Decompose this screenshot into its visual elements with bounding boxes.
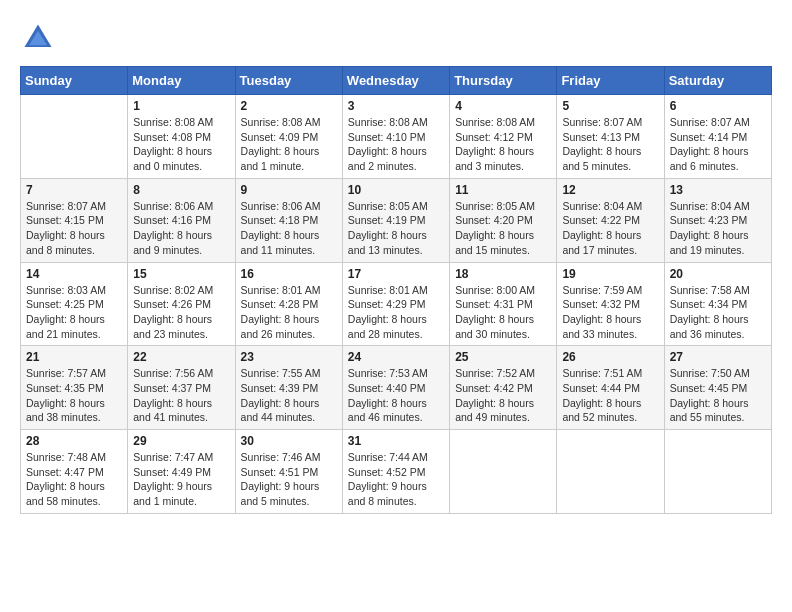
day-number: 8 (133, 183, 229, 197)
calendar-cell: 3Sunrise: 8:08 AM Sunset: 4:10 PM Daylig… (342, 95, 449, 179)
calendar-cell: 11Sunrise: 8:05 AM Sunset: 4:20 PM Dayli… (450, 178, 557, 262)
calendar-week-row: 1Sunrise: 8:08 AM Sunset: 4:08 PM Daylig… (21, 95, 772, 179)
day-number: 30 (241, 434, 337, 448)
calendar-cell: 28Sunrise: 7:48 AM Sunset: 4:47 PM Dayli… (21, 430, 128, 514)
day-number: 14 (26, 267, 122, 281)
calendar-body: 1Sunrise: 8:08 AM Sunset: 4:08 PM Daylig… (21, 95, 772, 514)
calendar-cell: 17Sunrise: 8:01 AM Sunset: 4:29 PM Dayli… (342, 262, 449, 346)
day-info: Sunrise: 8:01 AM Sunset: 4:28 PM Dayligh… (241, 283, 337, 342)
weekday-header: Saturday (664, 67, 771, 95)
day-info: Sunrise: 7:50 AM Sunset: 4:45 PM Dayligh… (670, 366, 766, 425)
calendar-cell: 27Sunrise: 7:50 AM Sunset: 4:45 PM Dayli… (664, 346, 771, 430)
day-number: 7 (26, 183, 122, 197)
day-number: 27 (670, 350, 766, 364)
day-info: Sunrise: 7:47 AM Sunset: 4:49 PM Dayligh… (133, 450, 229, 509)
calendar-cell: 14Sunrise: 8:03 AM Sunset: 4:25 PM Dayli… (21, 262, 128, 346)
logo (20, 20, 62, 56)
calendar-cell: 29Sunrise: 7:47 AM Sunset: 4:49 PM Dayli… (128, 430, 235, 514)
calendar-cell: 13Sunrise: 8:04 AM Sunset: 4:23 PM Dayli… (664, 178, 771, 262)
day-info: Sunrise: 7:52 AM Sunset: 4:42 PM Dayligh… (455, 366, 551, 425)
calendar-cell: 24Sunrise: 7:53 AM Sunset: 4:40 PM Dayli… (342, 346, 449, 430)
calendar-cell: 6Sunrise: 8:07 AM Sunset: 4:14 PM Daylig… (664, 95, 771, 179)
day-number: 19 (562, 267, 658, 281)
day-number: 1 (133, 99, 229, 113)
day-info: Sunrise: 8:04 AM Sunset: 4:23 PM Dayligh… (670, 199, 766, 258)
weekday-header: Thursday (450, 67, 557, 95)
day-info: Sunrise: 7:51 AM Sunset: 4:44 PM Dayligh… (562, 366, 658, 425)
day-info: Sunrise: 7:53 AM Sunset: 4:40 PM Dayligh… (348, 366, 444, 425)
day-number: 9 (241, 183, 337, 197)
calendar-cell: 16Sunrise: 8:01 AM Sunset: 4:28 PM Dayli… (235, 262, 342, 346)
page-header (20, 20, 772, 56)
day-number: 13 (670, 183, 766, 197)
day-info: Sunrise: 8:04 AM Sunset: 4:22 PM Dayligh… (562, 199, 658, 258)
weekday-header: Wednesday (342, 67, 449, 95)
day-number: 10 (348, 183, 444, 197)
day-number: 20 (670, 267, 766, 281)
day-number: 25 (455, 350, 551, 364)
calendar-cell: 31Sunrise: 7:44 AM Sunset: 4:52 PM Dayli… (342, 430, 449, 514)
calendar-cell: 18Sunrise: 8:00 AM Sunset: 4:31 PM Dayli… (450, 262, 557, 346)
day-info: Sunrise: 8:08 AM Sunset: 4:09 PM Dayligh… (241, 115, 337, 174)
day-number: 12 (562, 183, 658, 197)
day-number: 18 (455, 267, 551, 281)
day-number: 3 (348, 99, 444, 113)
day-info: Sunrise: 8:03 AM Sunset: 4:25 PM Dayligh… (26, 283, 122, 342)
day-number: 28 (26, 434, 122, 448)
calendar-cell: 5Sunrise: 8:07 AM Sunset: 4:13 PM Daylig… (557, 95, 664, 179)
day-info: Sunrise: 7:58 AM Sunset: 4:34 PM Dayligh… (670, 283, 766, 342)
day-info: Sunrise: 8:07 AM Sunset: 4:14 PM Dayligh… (670, 115, 766, 174)
day-number: 29 (133, 434, 229, 448)
day-number: 23 (241, 350, 337, 364)
day-info: Sunrise: 8:06 AM Sunset: 4:18 PM Dayligh… (241, 199, 337, 258)
calendar-cell: 1Sunrise: 8:08 AM Sunset: 4:08 PM Daylig… (128, 95, 235, 179)
day-info: Sunrise: 7:48 AM Sunset: 4:47 PM Dayligh… (26, 450, 122, 509)
day-info: Sunrise: 8:06 AM Sunset: 4:16 PM Dayligh… (133, 199, 229, 258)
day-info: Sunrise: 8:07 AM Sunset: 4:13 PM Dayligh… (562, 115, 658, 174)
day-number: 11 (455, 183, 551, 197)
day-info: Sunrise: 8:02 AM Sunset: 4:26 PM Dayligh… (133, 283, 229, 342)
day-number: 26 (562, 350, 658, 364)
day-info: Sunrise: 8:08 AM Sunset: 4:12 PM Dayligh… (455, 115, 551, 174)
day-info: Sunrise: 7:44 AM Sunset: 4:52 PM Dayligh… (348, 450, 444, 509)
day-info: Sunrise: 8:08 AM Sunset: 4:08 PM Dayligh… (133, 115, 229, 174)
weekday-header: Monday (128, 67, 235, 95)
calendar-cell: 26Sunrise: 7:51 AM Sunset: 4:44 PM Dayli… (557, 346, 664, 430)
day-number: 5 (562, 99, 658, 113)
day-info: Sunrise: 7:59 AM Sunset: 4:32 PM Dayligh… (562, 283, 658, 342)
calendar-cell (450, 430, 557, 514)
day-number: 24 (348, 350, 444, 364)
day-number: 21 (26, 350, 122, 364)
day-number: 4 (455, 99, 551, 113)
calendar-cell: 9Sunrise: 8:06 AM Sunset: 4:18 PM Daylig… (235, 178, 342, 262)
calendar-cell (557, 430, 664, 514)
calendar-cell: 23Sunrise: 7:55 AM Sunset: 4:39 PM Dayli… (235, 346, 342, 430)
calendar-cell: 20Sunrise: 7:58 AM Sunset: 4:34 PM Dayli… (664, 262, 771, 346)
calendar-cell: 4Sunrise: 8:08 AM Sunset: 4:12 PM Daylig… (450, 95, 557, 179)
day-info: Sunrise: 8:05 AM Sunset: 4:20 PM Dayligh… (455, 199, 551, 258)
logo-icon (20, 20, 56, 56)
calendar-week-row: 7Sunrise: 8:07 AM Sunset: 4:15 PM Daylig… (21, 178, 772, 262)
day-number: 15 (133, 267, 229, 281)
day-info: Sunrise: 7:55 AM Sunset: 4:39 PM Dayligh… (241, 366, 337, 425)
day-number: 6 (670, 99, 766, 113)
day-info: Sunrise: 8:07 AM Sunset: 4:15 PM Dayligh… (26, 199, 122, 258)
calendar-week-row: 14Sunrise: 8:03 AM Sunset: 4:25 PM Dayli… (21, 262, 772, 346)
calendar-cell: 22Sunrise: 7:56 AM Sunset: 4:37 PM Dayli… (128, 346, 235, 430)
day-number: 17 (348, 267, 444, 281)
calendar-cell: 21Sunrise: 7:57 AM Sunset: 4:35 PM Dayli… (21, 346, 128, 430)
calendar-cell: 7Sunrise: 8:07 AM Sunset: 4:15 PM Daylig… (21, 178, 128, 262)
day-number: 31 (348, 434, 444, 448)
calendar-cell (664, 430, 771, 514)
calendar-cell: 25Sunrise: 7:52 AM Sunset: 4:42 PM Dayli… (450, 346, 557, 430)
calendar-cell: 30Sunrise: 7:46 AM Sunset: 4:51 PM Dayli… (235, 430, 342, 514)
day-info: Sunrise: 8:08 AM Sunset: 4:10 PM Dayligh… (348, 115, 444, 174)
calendar-cell: 10Sunrise: 8:05 AM Sunset: 4:19 PM Dayli… (342, 178, 449, 262)
day-info: Sunrise: 7:56 AM Sunset: 4:37 PM Dayligh… (133, 366, 229, 425)
day-info: Sunrise: 7:57 AM Sunset: 4:35 PM Dayligh… (26, 366, 122, 425)
calendar-cell: 8Sunrise: 8:06 AM Sunset: 4:16 PM Daylig… (128, 178, 235, 262)
weekday-header: Sunday (21, 67, 128, 95)
calendar-cell: 19Sunrise: 7:59 AM Sunset: 4:32 PM Dayli… (557, 262, 664, 346)
day-info: Sunrise: 8:01 AM Sunset: 4:29 PM Dayligh… (348, 283, 444, 342)
calendar: SundayMondayTuesdayWednesdayThursdayFrid… (20, 66, 772, 514)
